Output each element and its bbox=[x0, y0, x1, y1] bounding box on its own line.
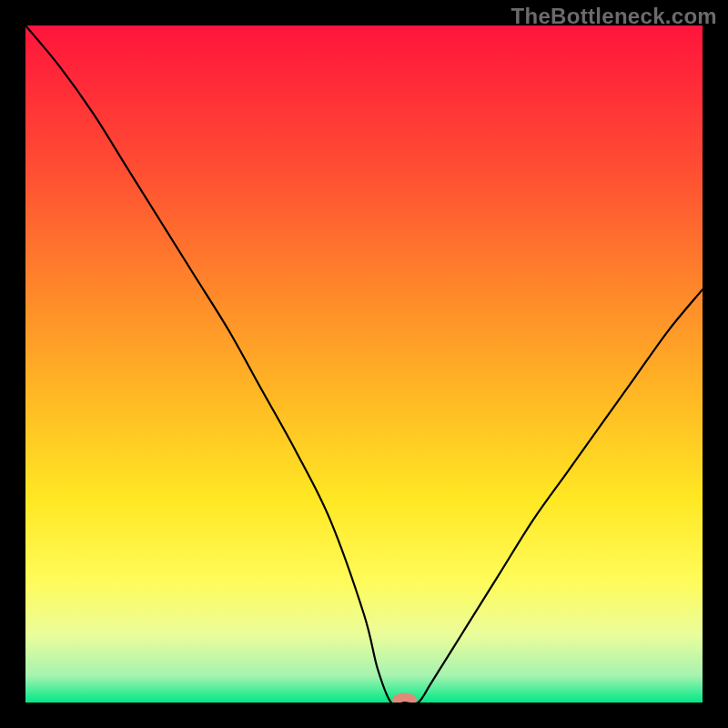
watermark-text: TheBottleneck.com bbox=[511, 4, 717, 29]
chart-frame: TheBottleneck.com bbox=[0, 0, 728, 728]
chart-svg bbox=[25, 25, 703, 703]
background-gradient bbox=[25, 25, 703, 703]
plot-area bbox=[25, 25, 703, 703]
